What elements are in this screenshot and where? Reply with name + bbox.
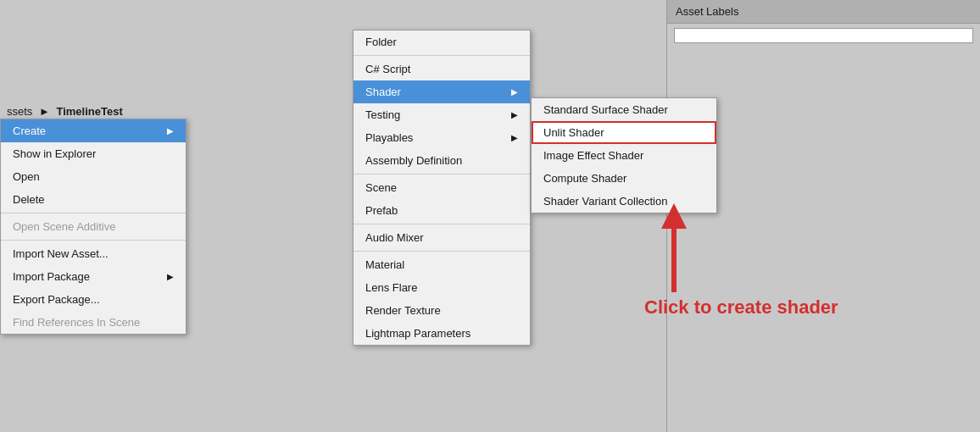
menu-item-open-scene-additive: Open Scene Additive (1, 215, 186, 238)
menu-item-lens-flare[interactable]: Lens Flare (354, 276, 530, 299)
testing-arrow-icon: ▶ (511, 110, 518, 119)
menu-item-prefab[interactable]: Prefab (354, 199, 530, 222)
menu-item-audio-mixer[interactable]: Audio Mixer (354, 226, 530, 249)
menu-item-render-texture[interactable]: Render Texture (354, 299, 530, 322)
asset-labels-panel: Asset Labels (666, 0, 980, 432)
menu-item-open[interactable]: Open (1, 165, 186, 188)
menu-item-import-new-asset[interactable]: Import New Asset... (1, 242, 186, 265)
mid-separator-2 (354, 174, 530, 174)
asset-labels-search (667, 24, 980, 47)
menu-item-find-references: Find References In Scene (1, 311, 186, 334)
menu-item-export-package[interactable]: Export Package... (1, 288, 186, 311)
create-arrow-icon: ▶ (167, 126, 174, 136)
arrow-annotation (640, 199, 708, 301)
shader-arrow-icon: ▶ (511, 87, 518, 97)
menu-item-image-effect-shader[interactable]: Image Effect Shader (532, 144, 716, 167)
asset-labels-header: Asset Labels (667, 0, 980, 24)
left-context-menu: Create ▶ Show in Explorer Open Delete Op… (0, 119, 187, 335)
menu-item-folder[interactable]: Folder (354, 30, 530, 53)
menu-item-compute-shader[interactable]: Compute Shader (532, 167, 716, 190)
asset-labels-search-input[interactable] (674, 28, 973, 43)
right-context-menu: Standard Surface Shader Unlit Shader Ima… (531, 97, 717, 213)
menu-item-csharp-script[interactable]: C# Script (354, 58, 530, 80)
menu-item-material[interactable]: Material (354, 253, 530, 276)
menu-item-create[interactable]: Create ▶ (1, 119, 186, 142)
red-arrow-icon (640, 199, 708, 301)
playables-arrow-icon: ▶ (511, 133, 518, 142)
separator-1 (1, 213, 186, 213)
menu-item-playables[interactable]: Playables ▶ (354, 126, 530, 149)
mid-separator-3 (354, 224, 530, 224)
breadcrumb-current: TimelineTest (56, 105, 122, 118)
menu-item-testing[interactable]: Testing ▶ (354, 103, 530, 126)
menu-item-show-in-explorer[interactable]: Show in Explorer (1, 142, 186, 165)
import-package-arrow-icon: ▶ (167, 272, 174, 281)
middle-context-menu: Folder C# Script Shader ▶ Testing ▶ Play… (353, 30, 531, 346)
menu-item-assembly-definition[interactable]: Assembly Definition (354, 149, 530, 172)
menu-item-delete[interactable]: Delete (1, 188, 186, 211)
svg-marker-1 (661, 203, 687, 229)
separator-2 (1, 240, 186, 241)
mid-separator-1 (354, 55, 530, 56)
menu-item-standard-surface-shader[interactable]: Standard Surface Shader (532, 98, 716, 121)
breadcrumb-arrow-icon: ► (39, 105, 50, 118)
mid-separator-4 (354, 251, 530, 252)
breadcrumb-prefix: ssets (7, 105, 32, 118)
click-to-create-label: Click to create shader (644, 296, 838, 318)
menu-item-shader[interactable]: Shader ▶ (354, 80, 530, 103)
menu-item-lightmap-parameters[interactable]: Lightmap Parameters (354, 322, 530, 345)
menu-item-scene[interactable]: Scene (354, 176, 530, 199)
menu-item-unlit-shader[interactable]: Unlit Shader (532, 121, 716, 144)
menu-item-import-package[interactable]: Import Package ▶ (1, 265, 186, 288)
